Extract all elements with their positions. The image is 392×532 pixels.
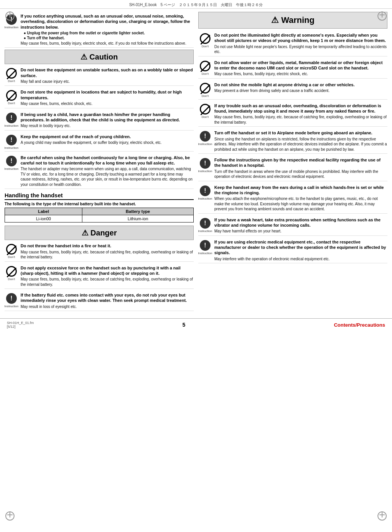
- item-body: May interfere with the operation of elec…: [214, 256, 387, 262]
- dont-icon: [6, 90, 17, 101]
- instruction-icon: !: [6, 156, 17, 166]
- list-item: !InstructionKeep the equipment out of th…: [5, 132, 194, 152]
- instruction-text: If you notice anything unusual, such as …: [21, 13, 194, 46]
- item-text: Do not leave the equipment on unstable s…: [21, 67, 194, 84]
- item-title: Turn off the handset or set it to Airpla…: [214, 130, 387, 135]
- list-item: !InstructionFollow the instructions give…: [198, 156, 387, 181]
- item-text: If the battery fluid etc. comes into con…: [21, 292, 194, 309]
- danger-header: ⚠ Danger: [5, 226, 194, 240]
- icon-col: Don't: [198, 32, 212, 55]
- list-item: !InstructionIf you are using electronic …: [198, 238, 387, 263]
- item-body: May cause fires, burns, bodily injury, e…: [21, 250, 194, 260]
- icon-col: Don't: [198, 82, 212, 98]
- item-text: Follow the instructions given by the res…: [214, 157, 387, 179]
- list-item: Don'tDo not point the illuminated light …: [198, 31, 387, 56]
- icon-col: !Instruction: [198, 217, 212, 234]
- item-text: If you have a weak heart, take extra pre…: [214, 217, 387, 234]
- danger-items: Don'tDo not throw the handset into a fir…: [5, 242, 194, 311]
- list-item: !InstructionIf being used by a child, ha…: [5, 110, 194, 131]
- instruction-body: May cause fires, burns, bodily injury, e…: [21, 41, 194, 46]
- item-body: Do not use Mobile light near people's fa…: [214, 44, 387, 55]
- icon-label: Instruction: [198, 142, 212, 146]
- item-text: Do not allow water or other liquids, met…: [214, 60, 387, 77]
- instruction-icon: !: [6, 135, 17, 145]
- icon-label: Don't: [202, 45, 209, 48]
- item-text: Do not shine the mobile light at anyone …: [214, 82, 387, 98]
- dont-icon: [200, 104, 210, 114]
- instruction-icon: !: [200, 131, 210, 142]
- right-column: ⚠ Warning Don'tDo not point the illumina…: [198, 12, 387, 313]
- icon-label: Instruction: [198, 229, 212, 233]
- instruction-icon: !: [200, 218, 210, 229]
- item-body: May cause fires, burns, electric shock, …: [21, 101, 194, 106]
- icon-label: Instruction: [198, 197, 212, 200]
- instruction-block-top: ! Instruction If you notice anything unu…: [5, 12, 194, 48]
- icon-col: Don't: [5, 265, 18, 287]
- icon-col: Don't: [5, 243, 18, 260]
- icon-label: Don't: [202, 94, 209, 98]
- icon-col: Don't: [198, 60, 212, 77]
- item-body: May cause fires, burns, bodily injury, e…: [21, 277, 194, 287]
- icon-col: !Instruction: [5, 155, 18, 187]
- dont-icon: [6, 266, 17, 277]
- list-item: Don'tDo not throw the handset into a fir…: [5, 242, 194, 261]
- handling-section: Handling the handset The following is th…: [5, 192, 194, 222]
- item-text: Keep the equipment out of the reach of y…: [21, 134, 194, 150]
- warning-icon: ⚠: [271, 15, 279, 25]
- icon-label: Instruction: [5, 146, 19, 150]
- icon-label: Don't: [202, 115, 209, 119]
- item-body: May cause fires, burns, bodily injury, e…: [214, 71, 387, 77]
- list-item: !InstructionIf you have a weak heart, ta…: [198, 216, 387, 236]
- battery-col-type: Battery type: [82, 208, 194, 215]
- item-text: Do not point the illuminated light direc…: [214, 32, 387, 55]
- bullet-1: ● Unplug the power plug from the outlet …: [24, 31, 194, 36]
- caution-items: Don'tDo not leave the equipment on unsta…: [5, 66, 194, 189]
- instruction-icon: !: [6, 113, 17, 123]
- item-title: If the battery fluid etc. comes into con…: [21, 292, 194, 303]
- item-text: Keep the handset away from the ears duri…: [214, 185, 387, 212]
- item-text: Do not store the equipment in locations …: [21, 89, 194, 106]
- instruction-icon: !: [6, 293, 17, 304]
- list-item: Don'tIf any trouble such as an unusual o…: [198, 102, 387, 127]
- list-item: Don'tDo not leave the equipment on unsta…: [5, 66, 194, 86]
- dont-icon: [200, 61, 210, 71]
- icon-col: Don't: [198, 103, 212, 125]
- list-item: Don'tDo not allow water or other liquids…: [198, 58, 387, 79]
- corner-mark-top-right: [378, 11, 387, 21]
- danger-icon: ⚠: [82, 229, 88, 237]
- icon-col: !Instruction: [198, 239, 212, 261]
- item-text: Do not throw the handset into a fire or …: [21, 243, 194, 260]
- icon-label: Instruction: [5, 124, 19, 127]
- item-title: If you have a weak heart, take extra pre…: [214, 217, 387, 228]
- corner-mark-top-left: [5, 11, 14, 21]
- item-text: If being used by a child, have a guardia…: [21, 112, 194, 129]
- item-text: Do not apply excessive force on the hand…: [21, 265, 194, 287]
- item-title: Be careful when using the handset contin…: [21, 155, 194, 166]
- caution-header: ⚠ Caution: [5, 50, 194, 64]
- item-title: Do not store the equipment in locations …: [21, 89, 194, 100]
- item-body: Since using the handset on airplanes is …: [214, 137, 387, 152]
- instruction-icon: !: [200, 240, 210, 251]
- icon-label: Instruction: [5, 305, 19, 308]
- icon-label: Don't: [8, 102, 15, 105]
- page-header: SH-01H_E.book 5 ページ ２０１５年９月１５日 火曜日 午後１時２…: [0, 0, 392, 9]
- item-body: The handset or adapter may become warm w…: [21, 166, 194, 187]
- item-title: Keep the handset away from the ears duri…: [214, 185, 387, 196]
- dont-icon: [200, 83, 210, 94]
- icon-label: Instruction: [198, 251, 212, 255]
- icon-col: !Instruction: [5, 134, 18, 150]
- icon-col: !Instruction: [198, 185, 212, 212]
- instruction-label: Instruction: [5, 26, 19, 29]
- item-title: If any trouble such as an unusual odor, …: [214, 103, 387, 114]
- item-body: May have harmful effects on your heart.: [214, 229, 387, 234]
- handling-subtitle: The following is the type of the interna…: [5, 202, 194, 206]
- icon-label: Instruction: [5, 167, 19, 171]
- icon-label: Don't: [8, 79, 15, 83]
- item-body: A young child may swallow the equipment,…: [21, 140, 194, 145]
- icon-col: !Instruction: [198, 130, 212, 152]
- item-title: If being used by a child, have a guardia…: [21, 112, 194, 123]
- item-title: Do not throw the handset into a fire or …: [21, 243, 194, 248]
- icon-col: !Instruction: [198, 157, 212, 179]
- item-body: When you attach the earphone/microphone …: [214, 196, 387, 212]
- warning-items: Don'tDo not point the illuminated light …: [198, 31, 387, 263]
